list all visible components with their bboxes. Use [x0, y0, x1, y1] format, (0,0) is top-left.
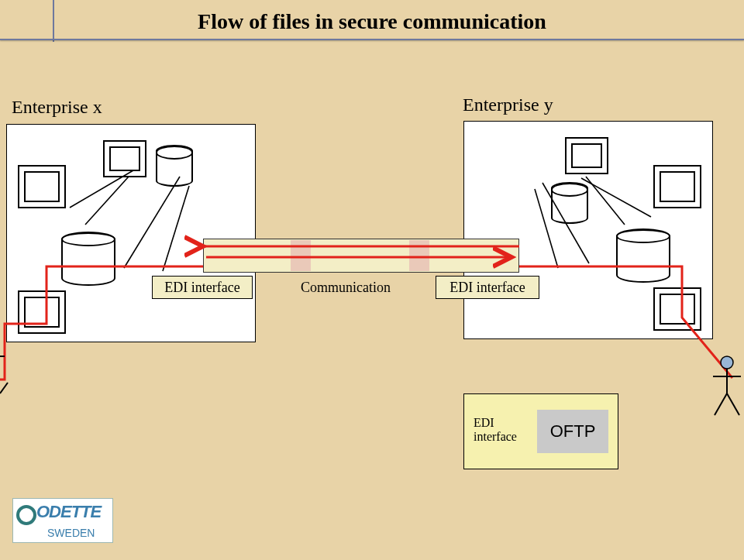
communication-bar [203, 239, 519, 273]
monitor-icon [653, 287, 701, 331]
svg-point-13 [721, 356, 733, 369]
oftp-edi-label: EDI interface [474, 416, 517, 443]
oftp-box: EDI interface OFTP [463, 393, 618, 469]
communication-label: Communication [290, 276, 401, 299]
database-icon [156, 145, 193, 187]
logo-circle-icon [16, 505, 36, 525]
enterprise-x-box [6, 124, 256, 342]
svg-line-12 [0, 383, 8, 393]
database-icon [616, 228, 670, 283]
monitor-icon [18, 165, 66, 208]
svg-line-17 [727, 393, 739, 415]
enterprise-y-box [463, 121, 713, 339]
enterprise-y-label: Enterprise y [463, 94, 553, 115]
database-icon [61, 232, 115, 286]
page-title: Flow of files in secure communication [0, 9, 744, 34]
monitor-icon [18, 290, 66, 334]
monitor-icon [565, 137, 608, 174]
svg-line-16 [715, 393, 727, 415]
comm-segment [291, 240, 311, 271]
logo-brand: ODETTE [36, 502, 101, 522]
enterprise-x-label: Enterprise x [12, 97, 102, 118]
edi-interface-right: EDI interface [436, 276, 539, 299]
odette-logo: ODETTE SWEDEN [12, 498, 113, 543]
title-underline [0, 39, 744, 40]
logo-region: SWEDEN [47, 527, 95, 539]
person-icon [710, 355, 744, 418]
monitor-icon [103, 140, 146, 177]
monitor-icon [653, 165, 701, 208]
oftp-badge: OFTP [537, 410, 608, 453]
database-icon [551, 182, 588, 224]
edi-interface-left: EDI interface [152, 276, 253, 299]
comm-segment [409, 240, 429, 271]
